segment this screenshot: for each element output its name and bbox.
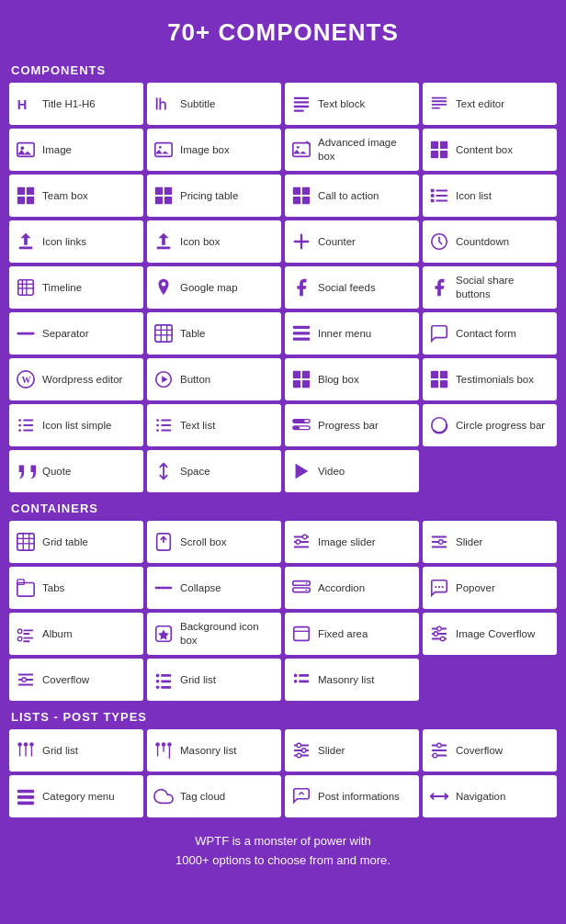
card-space[interactable]: Space: [147, 450, 281, 492]
card-call-to-action[interactable]: Call to action: [285, 175, 419, 217]
card-masonry-list[interactable]: Masonry list: [285, 659, 419, 701]
popover-icon: [428, 578, 450, 598]
card-fixed-area[interactable]: Fixed area: [285, 613, 419, 655]
card-label: Icon links: [42, 235, 86, 249]
card-social-share[interactable]: Social share buttons: [423, 266, 557, 309]
svg-rect-68: [440, 380, 447, 388]
svg-rect-140: [299, 674, 309, 677]
card-icon-box[interactable]: Icon box: [147, 220, 281, 263]
image-icon: [15, 140, 37, 160]
card-album[interactable]: Album: [9, 613, 143, 655]
card-text-list[interactable]: Text list: [147, 404, 281, 446]
card-contact-form[interactable]: Contact form: [423, 312, 557, 355]
svg-point-150: [162, 742, 166, 747]
svg-rect-72: [23, 424, 33, 426]
card-content-box[interactable]: Content box: [423, 129, 557, 171]
post-info-icon: [290, 786, 312, 806]
card-coverflow[interactable]: Coverflow: [9, 659, 143, 701]
image-coverflow-icon: [428, 624, 450, 644]
card-image-slider[interactable]: Image slider: [285, 521, 419, 563]
card-navigation[interactable]: Navigation: [423, 775, 557, 817]
card-video[interactable]: Video: [285, 450, 419, 492]
svg-point-75: [156, 419, 159, 422]
card-popover[interactable]: Popover: [423, 567, 557, 609]
card-icon-links[interactable]: Icon links: [9, 220, 143, 263]
card-advanced-image-box[interactable]: Advanced image box: [285, 129, 419, 171]
components-section: COMPONENTS H Title H1-H6 Subtitle Text b…: [9, 63, 557, 492]
card-accordion[interactable]: Accordion: [285, 567, 419, 609]
card-slider[interactable]: Slider: [423, 521, 557, 563]
card-grid-table[interactable]: Grid table: [9, 521, 143, 563]
card-category-menu[interactable]: Category menu: [9, 775, 143, 817]
card-list-coverflow[interactable]: Coverflow: [423, 729, 557, 772]
card-timeline[interactable]: Timeline: [9, 266, 143, 309]
card-blog-box[interactable]: Blog box: [285, 358, 419, 400]
card-image[interactable]: Image: [9, 129, 143, 171]
card-testimonials-box[interactable]: Testimonials box: [423, 358, 557, 400]
collapse-icon: [153, 578, 175, 598]
svg-rect-6: [432, 100, 447, 102]
card-table[interactable]: Table: [147, 312, 281, 355]
card-circle-progress-bar[interactable]: Circle progress bar: [423, 404, 557, 446]
card-grid-list[interactable]: Grid list: [147, 659, 281, 701]
card-label: Progress bar: [318, 419, 379, 433]
card-wordpress-editor[interactable]: W Wordpress editor: [9, 358, 143, 400]
content-box-icon: [428, 140, 450, 160]
google-map-icon: [153, 277, 175, 298]
card-social-feeds[interactable]: Social feeds: [285, 266, 419, 309]
card-icon-list[interactable]: Icon list: [423, 175, 557, 217]
card-label: Text list: [180, 419, 215, 433]
svg-rect-61: [293, 371, 300, 378]
card-list-grid[interactable]: Grid list: [9, 729, 143, 772]
components-label: COMPONENTS: [9, 63, 557, 77]
card-separator[interactable]: Separator: [9, 312, 143, 355]
svg-rect-66: [440, 371, 447, 378]
card-text-editor[interactable]: Text editor: [423, 83, 557, 125]
svg-rect-22: [17, 197, 25, 204]
card-label: Masonry list: [180, 744, 236, 758]
card-inner-menu[interactable]: Inner menu: [285, 312, 419, 355]
card-button[interactable]: Button: [147, 358, 281, 400]
card-label: Testimonials box: [456, 373, 534, 387]
progress-bar-icon: [290, 415, 312, 435]
svg-rect-142: [299, 680, 309, 682]
card-image-coverflow[interactable]: Image Coverflow: [423, 613, 557, 655]
list-coverflow-icon: [428, 740, 450, 761]
card-label: Slider: [456, 535, 482, 549]
svg-point-127: [434, 632, 438, 637]
card-counter[interactable]: Counter: [285, 220, 419, 263]
card-list-masonry[interactable]: Masonry list: [147, 729, 281, 772]
card-countdown[interactable]: Countdown: [423, 220, 557, 263]
card-image-box[interactable]: Image box: [147, 129, 281, 171]
card-quote[interactable]: Quote: [9, 450, 143, 492]
card-collapse[interactable]: Collapse: [147, 567, 281, 609]
card-post-informations[interactable]: Post informations: [285, 775, 419, 817]
svg-rect-54: [293, 326, 310, 329]
card-tag-cloud[interactable]: Tag cloud: [147, 775, 281, 817]
svg-point-98: [296, 540, 300, 545]
icon-list-simple-icon: [15, 415, 37, 435]
card-progress-bar[interactable]: Progress bar: [285, 404, 419, 446]
card-scroll-box[interactable]: Scroll box: [147, 521, 281, 563]
card-icon-list-simple[interactable]: Icon list simple: [9, 404, 143, 446]
card-tabs[interactable]: Tabs: [9, 567, 143, 609]
card-team-box[interactable]: Team box: [9, 175, 143, 217]
card-label: Accordion: [318, 581, 365, 595]
svg-point-145: [29, 742, 34, 747]
svg-rect-19: [440, 151, 447, 158]
card-subtitle[interactable]: Subtitle: [147, 83, 281, 125]
svg-rect-16: [431, 141, 438, 149]
card-google-map[interactable]: Google map: [147, 266, 281, 309]
card-title-h1h6[interactable]: H Title H1-H6: [9, 83, 143, 125]
card-label: Image slider: [318, 535, 376, 549]
card-label: Video: [318, 465, 345, 479]
coverflow-icon: [15, 670, 37, 690]
card-bg-icon-box[interactable]: Background icon box: [147, 613, 281, 655]
card-text-block[interactable]: Text block: [285, 83, 419, 125]
card-pricing-table[interactable]: Pricing table: [147, 175, 281, 217]
card-list-slider[interactable]: Slider: [285, 729, 419, 772]
containers-section: CONTAINERS Grid table Scroll box Image s…: [9, 501, 557, 701]
svg-marker-88: [296, 464, 309, 479]
card-label: Counter: [318, 235, 356, 249]
containers-grid: Grid table Scroll box Image slider Slide…: [9, 521, 557, 701]
